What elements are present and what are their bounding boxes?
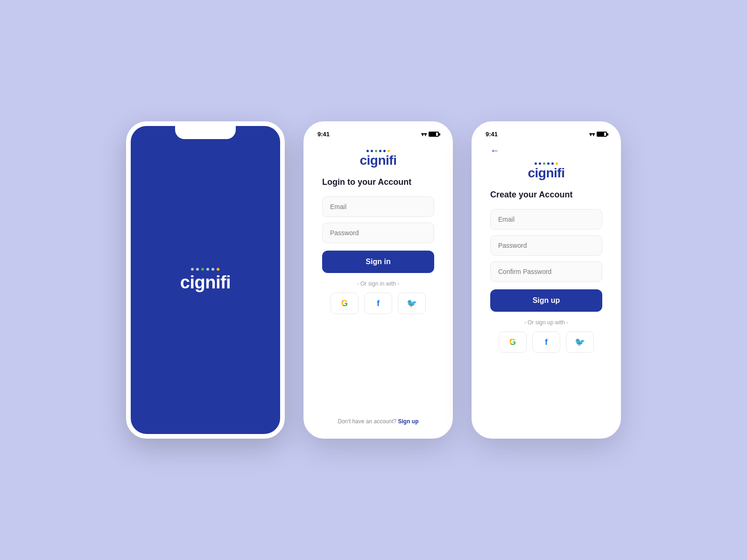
- register-body: ← cignifi Create your Account Sign up - …: [476, 140, 616, 434]
- login-dot-1: [366, 150, 369, 152]
- register-status-icons: ▾▾: [589, 131, 607, 138]
- login-dot-4: [379, 150, 381, 152]
- splash-logo-container: cignifi: [180, 268, 231, 293]
- splash-logo-text: cignifi: [180, 273, 231, 293]
- register-google-button[interactable]: G: [499, 331, 527, 353]
- login-divider: - Or sign in with -: [357, 280, 400, 287]
- notch: [175, 126, 236, 139]
- login-signup-link[interactable]: Sign up: [398, 418, 419, 425]
- register-phone: 9:41 ▾▾ ← cignifi Create your Account Si…: [472, 121, 621, 439]
- login-logo: cignifi: [360, 150, 397, 168]
- login-dot-6-yellow: [388, 150, 390, 152]
- login-phone: 9:41 ▾▾ cignifi Login to your Account Si…: [303, 121, 453, 439]
- register-logo-text: cignifi: [528, 166, 565, 181]
- login-status-icons: ▾▾: [421, 131, 439, 138]
- twitter-icon: 🐦: [407, 298, 417, 308]
- register-status-time: 9:41: [486, 131, 498, 138]
- login-password-input[interactable]: [322, 223, 434, 243]
- register-twitter-button[interactable]: 🐦: [566, 331, 594, 353]
- splash-dot-1: [191, 268, 194, 271]
- register-dot-2: [539, 162, 541, 165]
- login-body: cignifi Login to your Account Sign in - …: [308, 140, 448, 434]
- register-social-buttons: G f 🐦: [499, 331, 594, 353]
- back-button[interactable]: ←: [490, 145, 500, 156]
- login-dot-5: [383, 150, 386, 152]
- sign-up-button[interactable]: Sign up: [490, 289, 602, 312]
- login-footer: Don't have an account? Sign up: [338, 418, 418, 425]
- login-form-title: Login to your Account: [322, 177, 434, 187]
- login-status-time: 9:41: [317, 131, 330, 138]
- login-footer-static: Don't have an account?: [338, 418, 396, 425]
- splash-dot-4: [206, 268, 209, 271]
- login-google-button[interactable]: G: [331, 293, 359, 314]
- login-logo-dots: [360, 150, 397, 152]
- splash-dot-6-yellow: [217, 268, 219, 271]
- register-wifi-icon: ▾▾: [589, 131, 595, 138]
- login-email-input[interactable]: [322, 196, 434, 217]
- register-dot-5: [551, 162, 554, 165]
- splash-logo-dots: [191, 268, 219, 271]
- google-icon: G: [341, 299, 348, 308]
- register-twitter-icon: 🐦: [575, 337, 585, 347]
- login-status-bar: 9:41 ▾▾: [308, 126, 448, 140]
- register-dot-1: [535, 162, 537, 165]
- register-email-input[interactable]: [490, 209, 602, 230]
- splash-dot-5: [211, 268, 214, 271]
- register-dot-3-green: [543, 162, 545, 165]
- register-facebook-icon: f: [545, 337, 548, 347]
- register-password-input[interactable]: [490, 235, 602, 256]
- register-dot-4: [547, 162, 550, 165]
- wifi-icon: ▾▾: [421, 131, 427, 138]
- splash-dot-3-green: [201, 268, 204, 271]
- register-dot-6-yellow: [556, 162, 558, 165]
- facebook-icon: f: [377, 299, 380, 308]
- register-status-bar: 9:41 ▾▾: [476, 126, 616, 140]
- battery-fill: [430, 133, 436, 136]
- register-logo: cignifi: [528, 162, 565, 181]
- login-twitter-button[interactable]: 🐦: [398, 293, 426, 314]
- login-dot-2: [371, 150, 373, 152]
- register-logo-dots: [528, 162, 565, 165]
- register-form-title: Create your Account: [490, 190, 602, 200]
- register-google-icon: G: [509, 337, 516, 347]
- register-battery-fill: [598, 133, 604, 136]
- login-dot-3-green: [375, 150, 377, 152]
- login-social-buttons: G f 🐦: [331, 293, 426, 314]
- splash-phone: cignifi: [126, 121, 285, 439]
- splash-dot-2: [196, 268, 199, 271]
- register-divider: - Or sign up with -: [524, 319, 569, 326]
- register-facebook-button[interactable]: f: [532, 331, 560, 353]
- login-facebook-button[interactable]: f: [364, 293, 392, 314]
- register-battery-icon: [597, 132, 607, 137]
- battery-icon: [429, 132, 439, 137]
- register-confirm-password-input[interactable]: [490, 261, 602, 282]
- sign-in-button[interactable]: Sign in: [322, 251, 434, 273]
- login-logo-text: cignifi: [360, 153, 397, 168]
